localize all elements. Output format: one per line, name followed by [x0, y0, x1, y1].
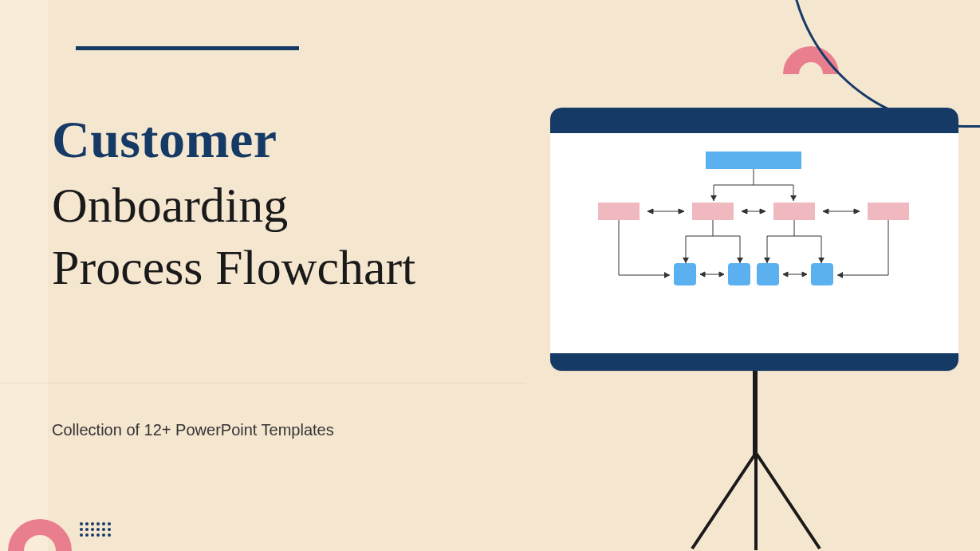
svg-marker-44 — [719, 272, 724, 277]
svg-marker-47 — [802, 272, 807, 277]
svg-rect-10 — [868, 203, 909, 220]
svg-rect-7 — [598, 203, 640, 220]
svg-marker-24 — [683, 258, 689, 263]
title-top-rule — [76, 46, 299, 50]
stand-legs — [676, 453, 836, 551]
board-footer-bar — [550, 353, 958, 371]
divider-line — [0, 383, 526, 384]
subtitle: Collection of 12+ PowerPoint Templates — [52, 421, 334, 439]
svg-marker-25 — [737, 258, 743, 263]
svg-rect-8 — [692, 203, 734, 220]
svg-marker-16 — [760, 209, 766, 214]
svg-marker-12 — [647, 209, 653, 214]
left-accent-band — [0, 0, 48, 551]
svg-marker-19 — [854, 209, 860, 214]
stand-pole — [753, 371, 758, 459]
board-header-bar — [550, 108, 958, 133]
svg-rect-41 — [811, 263, 833, 285]
svg-rect-40 — [757, 263, 779, 285]
svg-line-48 — [692, 453, 756, 549]
svg-line-49 — [756, 453, 820, 549]
svg-rect-0 — [706, 152, 801, 169]
svg-marker-15 — [742, 209, 747, 214]
svg-marker-30 — [764, 258, 770, 263]
svg-rect-38 — [674, 263, 696, 285]
svg-marker-6 — [790, 195, 797, 201]
svg-marker-18 — [823, 209, 828, 214]
svg-marker-46 — [783, 272, 788, 277]
dot-grid-icon — [80, 522, 111, 537]
presentation-board — [550, 108, 958, 371]
title-line-3: Process Flowchart — [52, 237, 415, 299]
svg-marker-37 — [837, 272, 843, 278]
flowchart-icon — [590, 152, 919, 335]
svg-marker-5 — [710, 195, 717, 201]
title-block: Customer Onboarding Process Flowchart — [52, 112, 415, 298]
svg-rect-9 — [773, 203, 815, 220]
title-line-2: Onboarding — [52, 175, 415, 237]
title-line-1: Customer — [52, 112, 415, 167]
svg-marker-34 — [664, 272, 670, 278]
svg-marker-43 — [700, 272, 705, 277]
svg-rect-39 — [728, 263, 750, 285]
svg-marker-31 — [818, 258, 825, 263]
svg-marker-13 — [679, 209, 684, 214]
